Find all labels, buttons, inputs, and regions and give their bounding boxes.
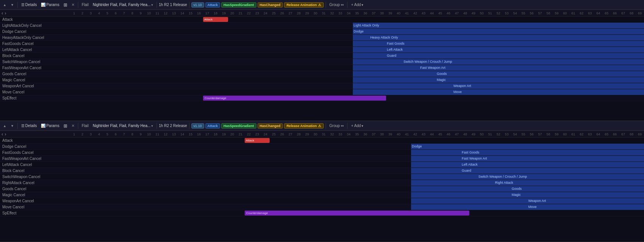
- ruler-num: 32: [328, 132, 336, 136]
- ruler-num: 1: [70, 132, 78, 136]
- track-row: Move CancelMove: [0, 89, 644, 95]
- prev-arrow[interactable]: ‹: [2, 132, 3, 137]
- track-label: SwitchWeapon Cancel: [0, 175, 70, 179]
- details-button[interactable]: ☰Details: [20, 2, 39, 8]
- ruler-num: 66: [611, 132, 619, 136]
- track-row: LightAttackOnly CancelLight Attack Only: [0, 23, 644, 29]
- ruler-num: 36: [361, 132, 369, 136]
- ruler-num: 38: [378, 132, 386, 136]
- close-button[interactable]: ✕: [70, 123, 76, 129]
- ruler-num: 20: [228, 132, 236, 136]
- has-changed-tag[interactable]: HasChanged: [258, 123, 283, 129]
- ruler-num: 58: [544, 11, 552, 15]
- ruler-num: 49: [469, 11, 478, 15]
- toolbar-divider: [189, 2, 189, 8]
- ruler-num: 45: [436, 132, 444, 136]
- track-content: Move: [70, 204, 644, 210]
- up-button[interactable]: ▲: [2, 123, 8, 129]
- prev-arrow[interactable]: ‹: [2, 11, 3, 16]
- close-button[interactable]: ✕: [70, 2, 76, 8]
- ruler-num: 4: [95, 11, 103, 15]
- attack-tag[interactable]: Attack: [205, 123, 220, 129]
- params-button[interactable]: 📊Params: [39, 2, 61, 8]
- ruler-num: 15: [186, 132, 195, 136]
- ruler-numbers: 1234567891011121314151617181920212223242…: [70, 11, 644, 15]
- ruler-num: 26: [278, 132, 286, 136]
- grid-button[interactable]: ⊞: [62, 2, 69, 8]
- up-button[interactable]: ▲: [2, 2, 8, 8]
- params-label: Params: [46, 3, 59, 7]
- blue-text-label: Goods: [512, 187, 522, 191]
- ruler-num: 13: [170, 11, 178, 15]
- speed-gradient-tag[interactable]: HasSpeedGradient: [221, 123, 256, 129]
- blue-text-label: Magic: [512, 193, 521, 197]
- blue-text-label: Left Attack: [462, 163, 478, 166]
- details-button[interactable]: ☰Details: [20, 123, 39, 129]
- next-arrow[interactable]: ›: [5, 132, 6, 137]
- chart-icon: 📊: [41, 3, 45, 7]
- track-row: Move CancelMove: [0, 204, 644, 210]
- release-animation-tag[interactable]: Release Animation⚠: [284, 2, 324, 8]
- track-label: Goods Cancel: [0, 187, 70, 191]
- ruler-num: 62: [577, 132, 586, 136]
- ruler-num: 50: [478, 132, 486, 136]
- track-row: Goods CancelGoods: [0, 71, 644, 77]
- group-button[interactable]: Group ⇔: [328, 2, 346, 8]
- animation-label: Nightrider Flail, Flail, Family Hea...: [93, 124, 151, 128]
- down-button[interactable]: ▼: [9, 2, 16, 8]
- ruler-num: 30: [311, 11, 320, 15]
- track-label: Dodge Cancel: [0, 144, 70, 149]
- track-label: RightAttack Cancel: [0, 181, 70, 185]
- ruler-num: 51: [486, 132, 494, 136]
- track-row: SwitchWeapon CancelSwitch Weapon / Crouc…: [0, 174, 644, 180]
- track-content: Attack: [70, 17, 644, 22]
- speed-gradient-tag[interactable]: HasSpeedGradient: [221, 2, 256, 8]
- ruler-num: 65: [602, 132, 611, 136]
- ruler-num: 19: [220, 11, 228, 15]
- blue-block: [353, 53, 644, 59]
- group-button[interactable]: Group ⇔: [328, 123, 346, 129]
- add-button[interactable]: + Add▾: [349, 123, 365, 129]
- counterdamage-block[interactable]: Counterdamage: [245, 211, 469, 216]
- next-arrow[interactable]: ›: [5, 11, 6, 16]
- blue-text-label: Left Attack: [387, 48, 403, 51]
- blue-block: [411, 186, 644, 192]
- ruler-num: 5: [103, 11, 112, 15]
- ruler-num: 51: [486, 11, 494, 15]
- has-changed-tag[interactable]: HasChanged: [258, 2, 283, 8]
- attack-tag[interactable]: Attack: [205, 2, 220, 8]
- ruler-num: 42: [411, 11, 419, 15]
- ruler-num: 67: [619, 11, 627, 15]
- grid-button[interactable]: ⊞: [62, 123, 69, 129]
- weapon-label: Flail: [80, 123, 90, 129]
- ruler-num: 43: [419, 132, 428, 136]
- attack-block[interactable]: Attack: [203, 17, 228, 22]
- track-content: Right Attack: [70, 180, 644, 186]
- track-row: Goods CancelGoods: [0, 186, 644, 192]
- ruler-num: 60: [561, 11, 569, 15]
- ruler-num: 65: [602, 11, 611, 15]
- ruler-num: 17: [203, 11, 211, 15]
- add-label: + Add: [351, 124, 361, 128]
- down-button[interactable]: ▼: [9, 123, 16, 129]
- animation-dropdown[interactable]: Nightrider Flail, Flail, Family Hea...▾: [91, 2, 155, 8]
- attack-block[interactable]: Attack: [245, 138, 270, 143]
- ruler-num: 62: [577, 11, 586, 15]
- toolbar-divider: [78, 2, 78, 8]
- animation-dropdown[interactable]: Nightrider Flail, Flail, Family Hea...▾: [91, 123, 155, 129]
- ruler-num: 6: [112, 11, 120, 15]
- ruler-num: 31: [320, 132, 328, 136]
- release-animation-tag[interactable]: Release Animation⚠: [284, 123, 324, 129]
- track-content: Fast Goods: [70, 41, 644, 47]
- blue-block: [411, 192, 644, 198]
- track-label: Block Cancel: [0, 54, 70, 58]
- release-anim-label: Release Animation: [287, 3, 317, 7]
- ruler-num: 12: [161, 11, 170, 15]
- ruler-num: 53: [503, 132, 511, 136]
- counterdamage-block[interactable]: Counterdamage: [203, 96, 386, 101]
- toolbar-divider: [17, 123, 18, 129]
- ruler-num: 54: [511, 11, 519, 15]
- add-button[interactable]: + Add▾: [349, 2, 365, 8]
- track-content: Goods: [70, 71, 644, 77]
- params-button[interactable]: 📊Params: [39, 123, 61, 129]
